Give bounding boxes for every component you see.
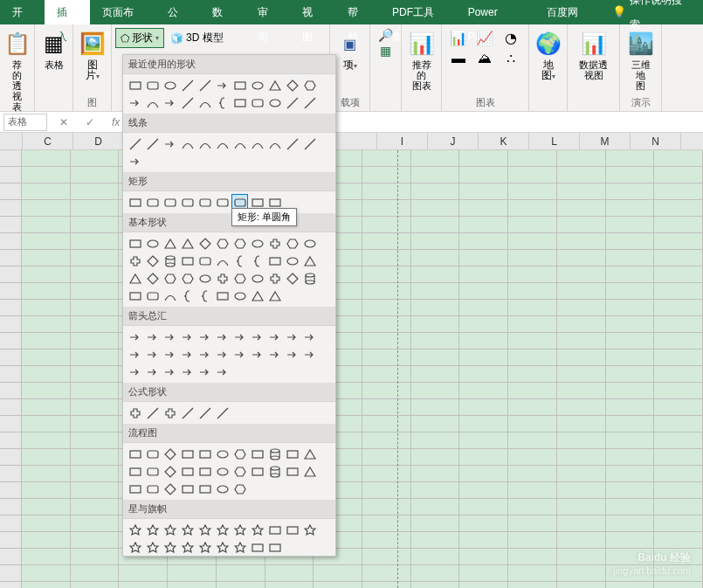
- shape-item[interactable]: [249, 94, 265, 111]
- col-header[interactable]: K: [479, 133, 529, 149]
- tab-baidu[interactable]: 百度网盘: [534, 0, 600, 24]
- shape-item[interactable]: [249, 446, 265, 462]
- shape-item[interactable]: [301, 522, 318, 538]
- shape-item[interactable]: [214, 94, 231, 111]
- shape-item[interactable]: [162, 194, 178, 211]
- shape-item[interactable]: [301, 446, 318, 462]
- shape-item[interactable]: [231, 522, 248, 538]
- pie-chart-icon[interactable]: ◔: [500, 28, 522, 47]
- shape-item[interactable]: [284, 94, 300, 111]
- shape-item[interactable]: [196, 405, 213, 421]
- shape-item[interactable]: [144, 481, 161, 497]
- shape-item[interactable]: [179, 405, 196, 421]
- shape-item[interactable]: [214, 287, 231, 304]
- col-header[interactable]: J: [428, 133, 479, 149]
- shape-item[interactable]: [127, 135, 143, 152]
- pivot-chart-button[interactable]: 📊 数据透视图: [573, 28, 614, 82]
- shape-item[interactable]: [144, 270, 161, 287]
- shape-item[interactable]: [179, 346, 196, 363]
- shape-item[interactable]: [196, 522, 213, 538]
- tab-layout[interactable]: 页面布局: [90, 0, 155, 24]
- shape-item[interactable]: [266, 287, 283, 304]
- scatter-chart-icon[interactable]: ∴: [500, 49, 522, 68]
- col-header[interactable]: I: [377, 133, 428, 149]
- area-chart-icon[interactable]: ⛰: [473, 49, 496, 68]
- shape-item[interactable]: [179, 135, 196, 152]
- shape-item[interactable]: [144, 346, 161, 363]
- shape-item[interactable]: [127, 539, 143, 556]
- tab-pdf[interactable]: PDF工具集: [380, 0, 456, 24]
- shape-item[interactable]: [162, 270, 178, 287]
- shape-item[interactable]: [214, 346, 231, 363]
- shape-item[interactable]: [127, 481, 143, 497]
- shape-item[interactable]: [249, 463, 265, 480]
- shape-item[interactable]: [196, 270, 213, 287]
- shape-item[interactable]: [196, 194, 213, 211]
- shape-item[interactable]: [162, 329, 178, 345]
- shape-item[interactable]: [179, 252, 196, 269]
- shape-item[interactable]: [196, 481, 213, 497]
- tab-insert[interactable]: 插入: [45, 0, 89, 24]
- col-header[interactable]: N: [631, 133, 681, 149]
- shape-item[interactable]: [196, 135, 213, 152]
- shape-item[interactable]: [266, 329, 283, 345]
- shape-item[interactable]: [179, 94, 196, 111]
- col-header[interactable]: C: [23, 133, 73, 149]
- shape-item[interactable]: [301, 329, 318, 345]
- shape-item[interactable]: [284, 135, 300, 152]
- shape-item[interactable]: [196, 539, 213, 556]
- shape-item[interactable]: [179, 481, 196, 497]
- col-header[interactable]: M: [580, 133, 631, 149]
- shape-item[interactable]: [266, 539, 283, 556]
- shape-item[interactable]: [162, 94, 178, 111]
- shape-item[interactable]: [266, 270, 283, 287]
- 3d-map-button[interactable]: 🏙️ 三维地 图: [625, 28, 656, 93]
- shape-item[interactable]: [214, 405, 231, 421]
- tab-powerpivot[interactable]: Power Pivot: [456, 0, 535, 24]
- shape-item[interactable]: [127, 287, 143, 304]
- shape-item[interactable]: [127, 235, 143, 252]
- tab-review[interactable]: 审阅: [245, 0, 290, 24]
- shape-item[interactable]: [301, 135, 318, 152]
- tab-formula[interactable]: 公式: [155, 0, 200, 24]
- shape-item[interactable]: [284, 235, 300, 252]
- shape-item[interactable]: [231, 329, 248, 345]
- shape-item[interactable]: [196, 94, 213, 111]
- shape-item[interactable]: [162, 463, 178, 480]
- shape-item[interactable]: [301, 94, 318, 111]
- shape-item[interactable]: [249, 346, 265, 363]
- people-graph-icon[interactable]: ▦: [380, 44, 391, 58]
- shape-item[interactable]: [127, 94, 143, 111]
- tab-view[interactable]: 视图: [290, 0, 334, 24]
- bar-chart-icon[interactable]: ▬: [447, 49, 470, 68]
- col-header[interactable]: L: [529, 133, 580, 149]
- shape-item[interactable]: [196, 463, 213, 480]
- shape-item[interactable]: [144, 194, 161, 211]
- shape-item[interactable]: [196, 235, 213, 252]
- column-chart-icon[interactable]: 📊: [447, 28, 470, 47]
- shape-item[interactable]: [284, 77, 300, 93]
- bing-icon[interactable]: 🔎: [378, 28, 393, 42]
- shape-item[interactable]: [266, 235, 283, 252]
- shape-item[interactable]: [162, 539, 178, 556]
- shape-item[interactable]: [214, 363, 231, 380]
- shape-item[interactable]: [249, 522, 265, 538]
- col-header[interactable]: [0, 133, 23, 149]
- cell-grid[interactable]: [0, 150, 703, 588]
- shape-item[interactable]: [144, 329, 161, 345]
- shape-item[interactable]: [144, 463, 161, 480]
- shape-item[interactable]: [249, 252, 265, 269]
- shapes-button[interactable]: ⬠ 形状 ▾: [115, 28, 164, 48]
- shape-item[interactable]: [249, 270, 265, 287]
- shape-item[interactable]: [284, 446, 300, 462]
- shape-item[interactable]: [179, 363, 196, 380]
- shape-item[interactable]: [127, 194, 143, 211]
- shape-item[interactable]: [266, 522, 283, 538]
- name-box[interactable]: [3, 114, 47, 131]
- shape-item[interactable]: [162, 77, 178, 93]
- shape-item[interactable]: [162, 252, 178, 269]
- pivot-table-button[interactable]: 📋 荐的 透视表: [5, 28, 29, 114]
- shape-item[interactable]: [162, 481, 178, 497]
- shape-item[interactable]: [214, 446, 231, 462]
- cancel-icon[interactable]: ✕: [54, 116, 73, 128]
